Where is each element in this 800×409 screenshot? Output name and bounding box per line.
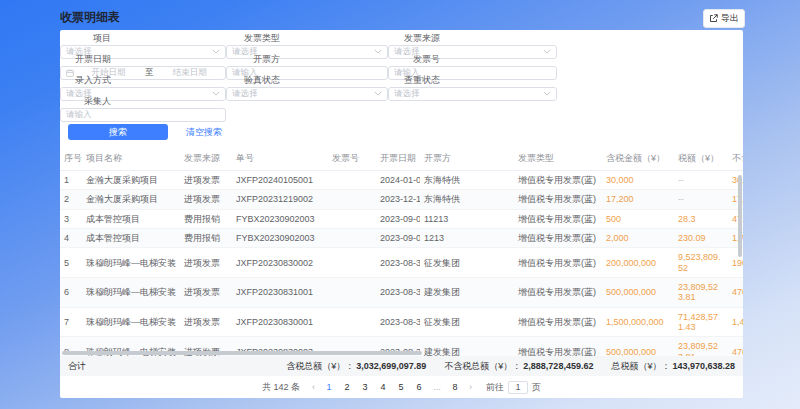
table-header-row: 序号项目名称发票来源单号发票号开票日期开票方发票类型含税金额（¥）税额（¥）不含… <box>60 147 743 171</box>
next-page-icon[interactable]: › <box>467 382 474 392</box>
table-cell: 珠穆朗玛峰—电梯安装 <box>82 307 180 337</box>
export-button-label: 导出 <box>721 12 739 25</box>
table-cell <box>328 209 376 228</box>
table-cell <box>328 229 376 248</box>
table-cell: 500,000,000 <box>602 278 674 308</box>
table-cell: JXFP20230830002 <box>232 248 328 278</box>
page-title: 收票明细表 <box>60 9 120 26</box>
table-cell: -- <box>674 190 728 209</box>
table-cell: 2023-08-31 <box>376 248 420 278</box>
goto-unit: 页 <box>532 381 541 394</box>
table-cell: 增值税专用发票(蓝) <box>514 190 602 209</box>
filter-form: 项目 请选择 发票类型 请选择 发票来源 请选择 <box>60 30 743 140</box>
verify-status-select[interactable]: 请选择 <box>226 87 388 101</box>
dup-check-label: 查重状态 <box>388 74 446 87</box>
table-cell: 5 <box>60 248 82 278</box>
table-cell: 增值税专用发票(蓝) <box>514 278 602 308</box>
table-cell: 进项发票 <box>180 248 232 278</box>
table-cell: 2023-08-31 <box>376 278 420 308</box>
clear-search-link[interactable]: 清空搜索 <box>186 126 222 139</box>
table-cell: 东海特供 <box>420 171 514 190</box>
table-cell: 珠穆朗玛峰—电梯安装 <box>82 278 180 308</box>
invoice-date-label: 开票日期 <box>60 53 117 66</box>
table-cell: 7 <box>60 307 82 337</box>
pagination-page[interactable]: 3 <box>359 382 371 392</box>
table-cell: 9,523,809.52 <box>674 248 728 278</box>
verify-status-label: 验真状态 <box>226 74 286 87</box>
summary-row: 合计 含税总额（¥）： 3,032,699,097.89 不含税总额（¥）： 2… <box>60 356 743 376</box>
goto-label: 前往 <box>486 381 504 394</box>
pagination-page[interactable]: 4 <box>377 382 389 392</box>
table-cell: 71,428,571.43 <box>674 307 728 337</box>
chevron-down-icon <box>374 91 382 96</box>
table-cell <box>328 248 376 278</box>
table-cell: 增值税专用发票(蓝) <box>514 337 602 356</box>
prev-page-icon[interactable]: ‹ <box>310 382 317 392</box>
table-cell: 珠穆朗玛峰—电梯安装 <box>82 248 180 278</box>
table-cell: 成本管控项目 <box>82 229 180 248</box>
summary-total-tax: 总税额（¥）： 143,970,638.28 <box>611 360 735 373</box>
column-header: 发票号 <box>328 147 376 171</box>
table-row: 7珠穆朗玛峰—电梯安装进项发票JXFP202308300012023-08-30… <box>60 307 743 337</box>
table-cell: 2023-08-30 <box>376 307 420 337</box>
pagination-page[interactable]: 8 <box>449 382 461 392</box>
export-button[interactable]: 导出 <box>703 9 745 28</box>
table-cell: JXFP20231219002 <box>232 190 328 209</box>
table-cell: 230.09 <box>674 229 728 248</box>
table-row: 1金瀚大厦采购项目进项发票JXFP202401050012024-01-05东海… <box>60 171 743 190</box>
vertical-scrollbar[interactable] <box>738 175 742 257</box>
goto-page-input[interactable] <box>508 381 528 394</box>
pagination-ellipsis: ... <box>431 382 443 392</box>
column-header: 单号 <box>232 147 328 171</box>
pagination-page[interactable]: 5 <box>395 382 407 392</box>
table-cell: 2 <box>60 190 82 209</box>
table-cell <box>328 307 376 337</box>
horizontal-scrollbar[interactable] <box>62 351 422 355</box>
summary-incl-tax: 含税总额（¥）： 3,032,699,097.89 <box>286 360 426 373</box>
table-cell: 2023-12-19 <box>376 190 420 209</box>
column-header: 不含税金额（¥） <box>728 147 743 171</box>
table-row: 6珠穆朗玛峰—电梯安装进项发票JXFP202308310012023-08-31… <box>60 278 743 308</box>
table-cell: FYBX20230902003 <box>232 229 328 248</box>
table-cell: 征发集团 <box>420 307 514 337</box>
table-cell <box>328 190 376 209</box>
collector-label: 采集人 <box>60 95 117 108</box>
filter-dup-check-status: 查重状态 请选择 <box>388 74 557 101</box>
export-icon <box>709 14 718 23</box>
column-header: 开票方 <box>420 147 514 171</box>
filter-actions: 搜索 清空搜索 <box>68 124 743 140</box>
column-header: 开票日期 <box>376 147 420 171</box>
table-row: 5珠穆朗玛峰—电梯安装进项发票JXFP202308300022023-08-31… <box>60 248 743 278</box>
table-row: 4成本管控项目费用报销FYBX202309020032023-09-041213… <box>60 229 743 248</box>
search-button[interactable]: 搜索 <box>68 124 168 140</box>
table-cell: 2024-01-05 <box>376 171 420 190</box>
table-cell: FYBX20230902003 <box>232 209 328 228</box>
pagination-page[interactable]: 6 <box>413 382 425 392</box>
column-header: 发票类型 <box>514 147 602 171</box>
table-cell: 28.3 <box>674 209 728 228</box>
summary-label: 合计 <box>60 360 86 373</box>
invoice-source-label: 发票来源 <box>388 32 446 45</box>
table-cell: 1 <box>60 171 82 190</box>
table-cell: 增值税专用发票(蓝) <box>514 307 602 337</box>
table-cell: 增值税专用发票(蓝) <box>514 171 602 190</box>
table-cell: 4 <box>60 229 82 248</box>
table-cell <box>328 171 376 190</box>
table-cell: 成本管控项目 <box>82 209 180 228</box>
table-cell: 增值税专用发票(蓝) <box>514 209 602 228</box>
table-cell: 17,200 <box>602 190 674 209</box>
collector-input[interactable]: 请输入 <box>60 108 226 122</box>
pagination-page[interactable]: 2 <box>341 382 353 392</box>
table-cell: 2,000 <box>602 229 674 248</box>
table-cell: 500 <box>602 209 674 228</box>
column-header: 序号 <box>60 147 82 171</box>
table-cell: 费用报销 <box>180 209 232 228</box>
dup-check-select[interactable]: 请选择 <box>388 87 557 101</box>
table-cell: -- <box>674 171 728 190</box>
table-cell: 23,809,523.81 <box>674 337 728 356</box>
table-cell: 金瀚大厦采购项目 <box>82 190 180 209</box>
pagination-page[interactable]: 1 <box>323 382 335 392</box>
pagination: 共 142 条 ‹ 123456...8 › 前往 页 <box>60 376 743 398</box>
table-cell: 进项发票 <box>180 190 232 209</box>
filter-verify-status: 验真状态 请选择 <box>226 74 388 101</box>
